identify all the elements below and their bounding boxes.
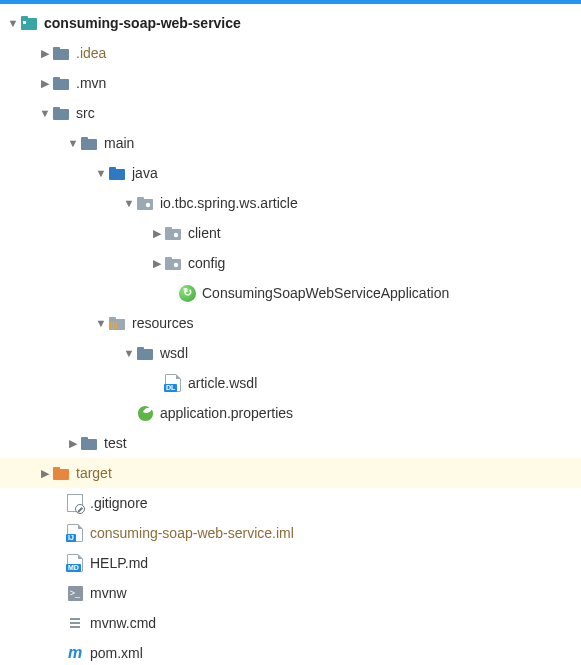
tree-label: resources (132, 315, 193, 331)
chevron-right-icon[interactable]: ▶ (38, 467, 52, 480)
tree-label: ConsumingSoapWebServiceApplication (202, 285, 449, 301)
tree-row-main[interactable]: ▼ main (0, 128, 581, 158)
svg-point-18 (174, 232, 178, 236)
tree-label: consuming-soap-web-service.iml (90, 525, 294, 541)
tree-label: HELP.md (90, 555, 148, 571)
tree-row-test[interactable]: ▶ test (0, 428, 581, 458)
tree-row-iml[interactable]: ▶ IJ consuming-soap-web-service.iml (0, 518, 581, 548)
tree-row-mvn[interactable]: ▶ .mvn (0, 68, 581, 98)
tree-row-java[interactable]: ▼ java (0, 158, 581, 188)
chevron-down-icon[interactable]: ▼ (66, 137, 80, 149)
tree-row-client[interactable]: ▶ client (0, 218, 581, 248)
tree-label: java (132, 165, 158, 181)
chevron-down-icon[interactable]: ▼ (122, 347, 136, 359)
tree-row-app-class[interactable]: ▶ ConsumingSoapWebServiceApplication (0, 278, 581, 308)
tree-row-config[interactable]: ▶ config (0, 248, 581, 278)
chevron-down-icon[interactable]: ▼ (6, 17, 20, 29)
tree-label: config (188, 255, 225, 271)
chevron-right-icon[interactable]: ▶ (38, 77, 52, 90)
tree-label: io.tbc.spring.ws.article (160, 195, 298, 211)
tree-row-pom[interactable]: ▶ m pom.xml (0, 638, 581, 665)
spring-run-icon (178, 284, 196, 302)
svg-rect-17 (165, 227, 172, 231)
tree-row-resources[interactable]: ▼ resources (0, 308, 581, 338)
folder-icon (52, 104, 70, 122)
wsdl-file-icon: DL (164, 374, 182, 392)
tree-label: mvnw (90, 585, 127, 601)
tree-label: .idea (76, 45, 106, 61)
tree-row-app-props[interactable]: ▶ application.properties (0, 398, 581, 428)
tree-label: application.properties (160, 405, 293, 421)
chevron-right-icon[interactable]: ▶ (150, 227, 164, 240)
svg-rect-1 (21, 16, 28, 20)
package-icon (136, 194, 154, 212)
maven-file-icon: m (66, 644, 84, 662)
tree-label: pom.xml (90, 645, 143, 661)
tree-label: test (104, 435, 127, 451)
markdown-file-icon: MD (66, 554, 84, 572)
source-folder-icon (108, 164, 126, 182)
tree-label: mvnw.cmd (90, 615, 156, 631)
tree-row-mvnw[interactable]: ▶ >_ mvnw (0, 578, 581, 608)
svg-rect-30 (81, 437, 88, 441)
resources-folder-icon (108, 314, 126, 332)
tree-label: main (104, 135, 134, 151)
tree-row-gitignore[interactable]: ▶ .gitignore (0, 488, 581, 518)
package-icon (164, 254, 182, 272)
svg-rect-32 (53, 467, 60, 471)
tree-row-article-wsdl[interactable]: ▶ DL article.wsdl (0, 368, 581, 398)
tree-row-mvnw-cmd[interactable]: ▶ mvnw.cmd (0, 608, 581, 638)
tree-row-idea[interactable]: ▶ .idea (0, 38, 581, 68)
svg-rect-23 (109, 317, 116, 321)
svg-rect-4 (53, 47, 60, 51)
svg-rect-20 (165, 257, 172, 261)
tree-row-wsdl[interactable]: ▼ wsdl (0, 338, 581, 368)
tree-row-target[interactable]: ▶ target (0, 458, 581, 488)
text-file-icon (66, 614, 84, 632)
chevron-down-icon[interactable]: ▼ (122, 197, 136, 209)
spring-config-icon (136, 404, 154, 422)
chevron-right-icon[interactable]: ▶ (38, 47, 52, 60)
tree-row-package[interactable]: ▼ io.tbc.spring.ws.article (0, 188, 581, 218)
folder-icon (52, 74, 70, 92)
tree-label: article.wsdl (188, 375, 257, 391)
chevron-down-icon[interactable]: ▼ (94, 167, 108, 179)
project-tree: ▼ consuming-soap-web-service ▶ .idea ▶ .… (0, 4, 581, 665)
svg-rect-2 (23, 21, 26, 24)
module-icon (20, 14, 38, 32)
chevron-down-icon[interactable]: ▼ (94, 317, 108, 329)
gitignore-file-icon (66, 494, 84, 512)
chevron-right-icon[interactable]: ▶ (150, 257, 164, 270)
svg-rect-10 (81, 137, 88, 141)
tree-label: client (188, 225, 221, 241)
folder-icon (80, 434, 98, 452)
tree-label: .gitignore (90, 495, 148, 511)
svg-point-15 (146, 202, 150, 206)
svg-rect-12 (109, 167, 116, 171)
tree-row-help-md[interactable]: ▶ MD HELP.md (0, 548, 581, 578)
folder-icon (80, 134, 98, 152)
folder-icon (52, 44, 70, 62)
folder-icon (136, 344, 154, 362)
tree-label: src (76, 105, 95, 121)
tree-label: target (76, 465, 112, 481)
shell-file-icon: >_ (66, 584, 84, 602)
tree-label: wsdl (160, 345, 188, 361)
svg-point-21 (174, 262, 178, 266)
svg-rect-6 (53, 77, 60, 81)
excluded-folder-icon (52, 464, 70, 482)
svg-rect-14 (137, 197, 144, 201)
iml-file-icon: IJ (66, 524, 84, 542)
tree-row-project-root[interactable]: ▼ consuming-soap-web-service (0, 8, 581, 38)
tree-label: consuming-soap-web-service (44, 15, 241, 31)
svg-rect-28 (137, 347, 144, 351)
package-icon (164, 224, 182, 242)
chevron-right-icon[interactable]: ▶ (66, 437, 80, 450)
chevron-down-icon[interactable]: ▼ (38, 107, 52, 119)
tree-label: .mvn (76, 75, 106, 91)
svg-rect-8 (53, 107, 60, 111)
tree-row-src[interactable]: ▼ src (0, 98, 581, 128)
